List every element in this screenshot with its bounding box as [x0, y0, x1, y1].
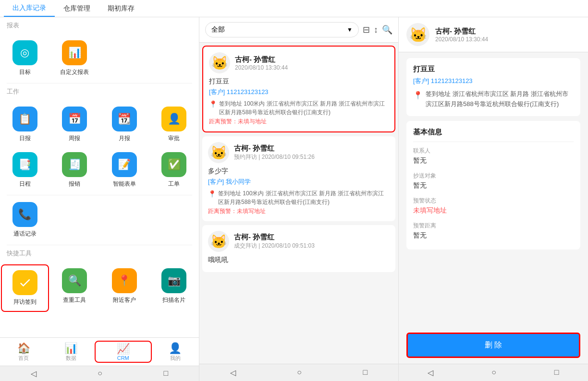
custom-report-icon: 📊 — [62, 40, 87, 65]
visit-checkin-icon — [12, 270, 37, 295]
daily-icon: 📋 — [12, 107, 37, 131]
right-home-button[interactable]: ○ — [477, 367, 511, 378]
nav-home[interactable]: 🏠 首页 — [0, 342, 48, 362]
visit-card-2[interactable]: 🐱 古柯- 孙雪红 预约拜访 | 2020/08/10 09:51:26 多少字… — [202, 136, 395, 221]
grid-item-scan-card[interactable]: 📷 扫描名片 — [149, 263, 199, 313]
warning-status-label: 预警状态 — [413, 197, 574, 205]
warning-dist-label: 预警距离 — [413, 222, 574, 230]
contact-value: 暂无 — [413, 156, 574, 165]
approval-icon: 👤 — [161, 107, 186, 131]
grid-item-calls[interactable]: 📞 通话记录 — [0, 197, 50, 243]
sort-icon[interactable]: ↕ — [374, 25, 378, 35]
weekly-icon: 📅 — [62, 107, 87, 131]
info-row-cc: 抄送对象 暂无 — [413, 172, 574, 190]
avatar-3: 🐱 — [208, 231, 229, 252]
card-3-name: 古柯- 孙雪红 — [234, 233, 315, 242]
location-icon-1: 📍 — [209, 99, 217, 117]
tab-warehouse[interactable]: 仓库管理 — [55, 0, 99, 17]
nav-mine[interactable]: 👤 我的 — [152, 342, 199, 362]
recents-button[interactable]: □ — [149, 368, 183, 379]
filter-label: 全部 — [211, 25, 225, 34]
schedule-icon: 📑 — [12, 152, 37, 177]
grid-label-daily: 日报 — [19, 134, 31, 143]
filter-select[interactable]: 全部 ▼ — [205, 22, 359, 37]
tab-inout-record[interactable]: 出入库记录 — [4, 0, 55, 17]
grid-label-visit-checkin: 拜访签到 — [13, 298, 37, 306]
middle-header: 全部 ▼ ⊟ ↕ 🔍 — [199, 17, 398, 43]
visit-card-1[interactable]: 🐱 古柯- 孙雪红 2020/08/10 13:30:44 打豆豆 [客户] 1… — [202, 46, 395, 132]
left-panel: 报表 ◎ 目标 📊 自定义报表 工作 — [0, 17, 199, 381]
card-1-visit-name: 打豆豆 — [209, 77, 389, 86]
grid-label-expense: 报销 — [69, 180, 80, 188]
visit-card-3[interactable]: 🐱 古柯- 孙雪红 成交拜访 | 2020/08/10 09:51:03 哦吼吼 — [202, 225, 395, 272]
grid-label-smart-form: 智能表单 — [113, 180, 136, 188]
grid-item-custom-report[interactable]: 📊 自定义报表 — [50, 36, 100, 81]
mid-recents-button[interactable]: □ — [349, 367, 382, 378]
right-footer: 删 除 — [399, 327, 588, 364]
grid-item-expense[interactable]: 🧾 报销 — [50, 147, 100, 193]
right-avatar: 🐱 — [406, 23, 429, 46]
grid-item-work-order[interactable]: ✅ 工单 — [149, 147, 199, 193]
right-header: 🐱 古柯- 孙雪红 2020/08/10 13:30:44 — [399, 17, 588, 52]
nav-data[interactable]: 📊 数据 — [48, 342, 95, 362]
mid-back-button[interactable]: ◁ — [216, 367, 250, 378]
card-2-visit-name: 多少字 — [208, 167, 390, 176]
crm-icon: 📈 — [117, 343, 130, 355]
right-body: 打豆豆 [客户] 112123123123 📍 签到地址 浙江省杭州市滨江区 新… — [399, 52, 588, 327]
calls-icon: 📞 — [12, 202, 37, 227]
search-icon[interactable]: 🔍 — [382, 24, 392, 35]
dedup-icon: 🔍 — [62, 268, 87, 293]
info-row-contact: 联系人 暂无 — [413, 147, 574, 165]
card-3-visit-name: 哦吼吼 — [208, 256, 390, 264]
grid-label-target: 目标 — [19, 68, 31, 76]
card-2-customer: [客户] 我小同学 — [208, 178, 390, 186]
filter-icon[interactable]: ⊟ — [363, 24, 370, 35]
expense-icon: 🧾 — [62, 152, 87, 177]
grid-item-nearby[interactable]: 📍 附近客户 — [99, 263, 149, 313]
grid-label-nearby: 附近客户 — [113, 296, 136, 304]
nav-crm[interactable]: 📈 CRM — [95, 341, 152, 363]
grid-item-schedule[interactable]: 📑 日程 — [0, 147, 50, 193]
back-button[interactable]: ◁ — [16, 368, 51, 379]
section-quick-tools: 快捷工具 拜访签到 🔍 查重工具 — [0, 245, 199, 315]
home-button[interactable]: ○ — [83, 368, 117, 379]
grid-item-daily[interactable]: 📋 日报 — [0, 102, 50, 147]
info-row-warning-status: 预警状态 未填写地址 — [413, 197, 574, 215]
grid-item-target[interactable]: ◎ 目标 — [0, 36, 50, 81]
grid-label-custom-report: 自定义报表 — [60, 68, 89, 76]
nav-mine-label: 我的 — [170, 355, 181, 362]
avatar-2: 🐱 — [208, 142, 229, 163]
contact-label: 联系人 — [413, 147, 574, 155]
detail-address: 签到地址 浙江省杭州市滨江区 新月路 浙江省杭州市滨江区新月路588号靠近杭州联… — [426, 89, 574, 109]
nav-data-label: 数据 — [66, 355, 76, 362]
grid-item-dedup[interactable]: 🔍 查重工具 — [50, 263, 100, 313]
visit-detail-section: 打豆豆 [客户] 112123123123 📍 签到地址 浙江省杭州市滨江区 新… — [406, 58, 580, 116]
right-recents-button[interactable]: □ — [540, 367, 574, 378]
mine-icon: 👤 — [169, 342, 182, 355]
grid-item-weekly[interactable]: 📅 周报 — [50, 102, 100, 147]
section-title-work: 工作 — [0, 83, 199, 100]
grid-item-visit-checkin[interactable]: 拜访签到 — [1, 264, 49, 312]
warning-status-value: 未填写地址 — [413, 206, 574, 215]
info-row-warning-dist: 预警距离 暂无 — [413, 222, 574, 240]
grid-item-monthly[interactable]: 📆 月报 — [99, 102, 149, 147]
left-bottom-nav: 🏠 首页 📊 数据 📈 CRM 👤 我的 — [0, 337, 199, 381]
basic-info-title: 基本信息 — [413, 128, 574, 142]
right-header-name: 古柯- 孙雪红 — [435, 27, 488, 36]
card-1-address: 签到地址 100米内 浙江省杭州市滨江区 新月路 浙江省杭州市滨江区新月路588… — [219, 99, 389, 117]
card-2-warning: 距离预警：未填写地址 — [208, 207, 390, 215]
section-title-quick: 快捷工具 — [0, 245, 199, 262]
tab-initial-stock[interactable]: 期初库存 — [99, 0, 143, 17]
basic-info-section: 基本信息 联系人 暂无 抄送对象 暂无 预警状态 未填写地址 — [406, 121, 580, 250]
grid-item-approval[interactable]: 👤 审批 — [149, 102, 199, 147]
middle-panel: 全部 ▼ ⊟ ↕ 🔍 🐱 古柯- 孙雪红 2020/08/10 13:30:44 — [199, 17, 399, 381]
mid-home-button[interactable]: ○ — [282, 367, 316, 378]
dropdown-icon: ▼ — [347, 26, 353, 33]
monthly-icon: 📆 — [112, 107, 137, 131]
delete-button[interactable]: 删 除 — [406, 333, 580, 358]
card-2-time: 预约拜访 | 2020/08/10 09:51:26 — [234, 153, 315, 161]
right-header-time: 2020/08/10 13:30:44 — [435, 36, 488, 43]
right-back-button[interactable]: ◁ — [413, 367, 448, 378]
grid-item-smart-form[interactable]: 📝 智能表单 — [99, 147, 149, 193]
nav-home-label: 首页 — [18, 355, 29, 362]
